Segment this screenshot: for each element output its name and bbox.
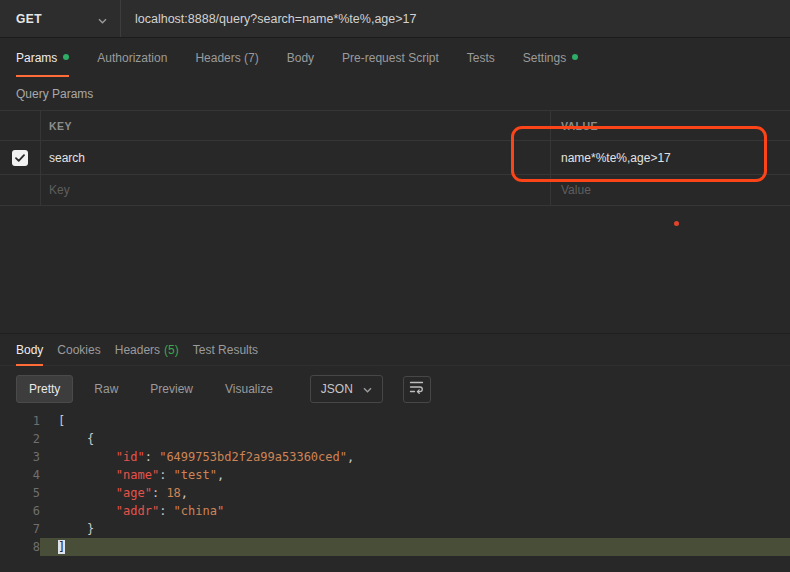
- line-number: 2: [0, 430, 40, 448]
- placeholder-checkbox-cell: [0, 175, 40, 205]
- param-placeholder-row: Key Value: [0, 174, 790, 206]
- line-number: 4: [0, 466, 40, 484]
- response-toolbar: Pretty Raw Preview Visualize JSON: [16, 375, 790, 403]
- param-value-field[interactable]: name*%te%,age>17: [550, 141, 790, 174]
- code-line: 2 {: [0, 430, 790, 448]
- code-line: 5 "age": 18,: [0, 484, 790, 502]
- line-number: 5: [0, 484, 40, 502]
- preview-button[interactable]: Preview: [139, 375, 204, 403]
- tab-response-body-label: Body: [16, 343, 43, 357]
- code-line: 4 "name": "test",: [0, 466, 790, 484]
- header-checkbox-cell: [0, 111, 40, 140]
- query-params-title: Query Params: [16, 87, 93, 101]
- tab-body-label: Body: [287, 51, 314, 65]
- url-input[interactable]: localhost:8888/query?search=name*%te%,ag…: [121, 0, 790, 37]
- response-headers-count: (5): [164, 343, 179, 357]
- request-url-bar: GET localhost:8888/query?search=name*%te…: [0, 0, 790, 38]
- wrap-text-button[interactable]: [403, 376, 431, 403]
- code-line-content: "id": "6499753bd2f2a99a53360ced",: [40, 448, 790, 466]
- param-enabled-checkbox[interactable]: [12, 150, 28, 166]
- line-number: 8: [0, 538, 40, 556]
- response-tabs: Body Cookies Headers (5) Test Results: [0, 334, 790, 366]
- response-body-code[interactable]: 1[2 {3 "id": "6499753bd2f2a99a53360ced",…: [0, 412, 790, 556]
- tab-pre-request-script[interactable]: Pre-request Script: [342, 38, 439, 77]
- code-line-content: "name": "test",: [40, 466, 790, 484]
- tab-response-body[interactable]: Body: [16, 334, 43, 365]
- tab-params-label: Params: [16, 51, 57, 65]
- table-header-row: KEY VALUE: [0, 110, 790, 140]
- method-label: GET: [16, 12, 42, 26]
- format-dropdown[interactable]: JSON: [310, 375, 383, 403]
- code-line-content: "addr": "china": [40, 502, 790, 520]
- tab-settings-label: Settings: [523, 51, 566, 65]
- response-panel: Body Cookies Headers (5) Test Results Pr…: [0, 333, 790, 572]
- line-number: 1: [0, 412, 40, 430]
- wrap-text-icon: [409, 380, 424, 398]
- code-line-content: [: [40, 412, 790, 430]
- chevron-down-icon: [98, 10, 107, 28]
- line-number: 6: [0, 502, 40, 520]
- tab-headers-label: Headers (7): [195, 51, 258, 65]
- tab-body[interactable]: Body: [287, 38, 314, 77]
- chevron-down-icon: [363, 382, 372, 396]
- code-line: 8]: [0, 538, 790, 556]
- tab-authorization[interactable]: Authorization: [97, 38, 167, 77]
- code-line-content: ]: [40, 538, 790, 556]
- column-header-key: KEY: [40, 111, 550, 140]
- pretty-button[interactable]: Pretty: [16, 375, 73, 403]
- tab-test-results-label: Test Results: [193, 343, 258, 357]
- tab-response-cookies[interactable]: Cookies: [57, 334, 100, 365]
- tab-authorization-label: Authorization: [97, 51, 167, 65]
- tab-tests-label: Tests: [467, 51, 495, 65]
- tab-settings[interactable]: Settings: [523, 38, 578, 77]
- query-params-table: KEY VALUE search name*%te%,age>17 Key Va…: [0, 110, 790, 206]
- column-header-value: VALUE: [550, 111, 790, 140]
- tab-response-cookies-label: Cookies: [57, 343, 100, 357]
- tab-params[interactable]: Params: [16, 38, 69, 77]
- line-number: 7: [0, 520, 40, 538]
- code-line-content: {: [40, 430, 790, 448]
- new-param-value-field[interactable]: Value: [550, 175, 790, 205]
- code-line: 3 "id": "6499753bd2f2a99a53360ced",: [0, 448, 790, 466]
- line-number: 3: [0, 448, 40, 466]
- code-line: 7 }: [0, 520, 790, 538]
- annotation-dot: [674, 221, 679, 226]
- tab-response-headers[interactable]: Headers (5): [115, 334, 179, 365]
- new-param-key-field[interactable]: Key: [40, 175, 550, 205]
- param-key-field[interactable]: search: [40, 141, 550, 174]
- code-line: 1[: [0, 412, 790, 430]
- check-icon: [15, 154, 25, 162]
- raw-button[interactable]: Raw: [83, 375, 129, 403]
- format-dropdown-label: JSON: [321, 382, 353, 396]
- tab-tests[interactable]: Tests: [467, 38, 495, 77]
- tab-test-results[interactable]: Test Results: [193, 334, 258, 365]
- code-line: 6 "addr": "china": [0, 502, 790, 520]
- param-row: search name*%te%,age>17: [0, 140, 790, 174]
- postman-app: GET localhost:8888/query?search=name*%te…: [0, 0, 790, 572]
- code-line-content: "age": 18,: [40, 484, 790, 502]
- settings-status-dot: [572, 54, 578, 60]
- method-selector[interactable]: GET: [0, 0, 121, 37]
- tab-pre-request-script-label: Pre-request Script: [342, 51, 439, 65]
- params-status-dot: [63, 54, 69, 60]
- checkbox-cell: [0, 141, 40, 174]
- tab-headers[interactable]: Headers (7): [195, 38, 258, 77]
- code-line-content: }: [40, 520, 790, 538]
- request-tabs: Params Authorization Headers (7) Body Pr…: [0, 38, 790, 77]
- visualize-button[interactable]: Visualize: [214, 375, 284, 403]
- tab-response-headers-label: Headers: [115, 343, 160, 357]
